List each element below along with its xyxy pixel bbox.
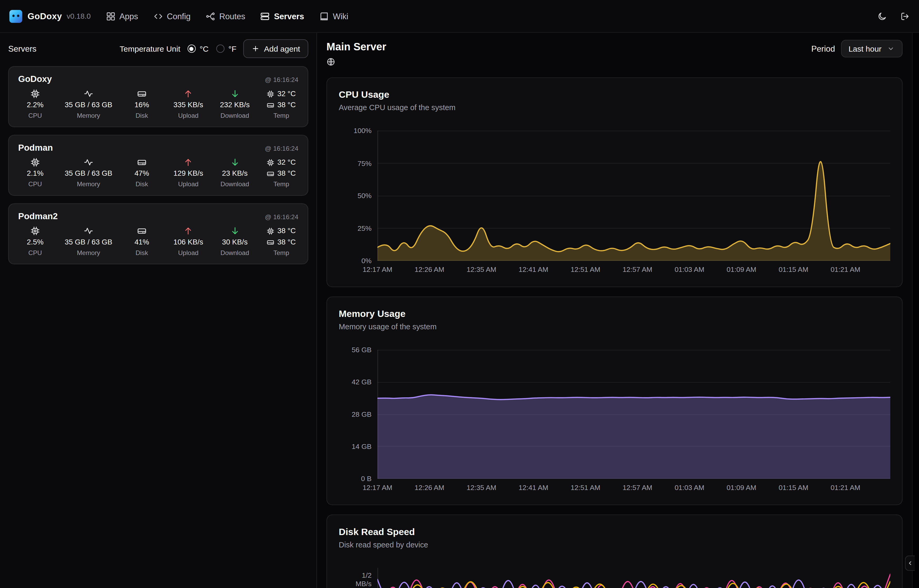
server-stats-row: 2.5%CPU 35 GB / 63 GBMemory 41%Disk 106 … [18, 226, 298, 257]
stat-value: 23 KB/s [222, 169, 247, 178]
theme-toggle-button[interactable] [877, 11, 887, 21]
stat-value: 35 GB / 63 GB [65, 169, 112, 178]
brand-name: GoDoxy [27, 11, 62, 21]
chart-plot[interactable] [378, 131, 890, 261]
top-navbar: GoDoxy v0.18.0 Apps Config Routes Server… [0, 0, 919, 33]
chart-plot[interactable] [378, 350, 890, 479]
radio-celsius[interactable]: °C [187, 44, 208, 53]
stat-label: CPU [29, 249, 42, 257]
stat-value: 41% [134, 237, 149, 247]
x-tick-label: 12:26 AM [415, 483, 444, 491]
stat-value: 2.1% [27, 169, 44, 178]
y-tick-label: 14 GB [339, 442, 372, 451]
page-title: Main Server [326, 40, 386, 54]
stat-download: 23 KB/sDownload [218, 158, 252, 188]
hdd-icon [267, 238, 275, 246]
chart-title: CPU Usage [339, 89, 890, 102]
stat-value: 32 °C [278, 158, 296, 167]
main-title-block: Main Server [326, 40, 386, 68]
stat-cpu: 2.1%CPU [18, 158, 52, 188]
nav-item-config[interactable]: Config [153, 11, 191, 21]
stat-disk: 16%Disk [125, 89, 159, 120]
hdd-icon [267, 101, 275, 109]
cpu-temp-row: 32 °C [267, 158, 296, 167]
hdd-icon [137, 226, 147, 236]
add-agent-button[interactable]: Add agent [244, 39, 308, 58]
server-card-header: Podman2 @ 16:16:24 [18, 211, 298, 221]
cpu-temp-row: 38 °C [267, 226, 296, 236]
nav-item-routes[interactable]: Routes [206, 11, 245, 21]
nav-item-wiki[interactable]: Wiki [319, 11, 348, 21]
download-arrow-icon [230, 158, 239, 167]
y-tick-label: 1/2 MB/s [348, 572, 371, 588]
stat-value: 30 KB/s [222, 237, 247, 247]
stat-memory: 35 GB / 63 GBMemory [65, 158, 112, 188]
x-tick-label: 12:17 AM [363, 483, 392, 491]
stat-label: Memory [77, 249, 100, 257]
x-axis: 12:17 AM12:26 AM12:35 AM12:41 AM12:51 AM… [378, 483, 890, 493]
disk-temp-row: 38 °C [267, 237, 296, 247]
stat-value: 35 GB / 63 GB [65, 237, 112, 247]
server-stats-row: 2.1%CPU 35 GB / 63 GBMemory 47%Disk 129 … [18, 158, 298, 188]
servers-sidebar: Servers Temperature Unit °C °F Add agent… [0, 33, 317, 588]
hdd-icon [137, 89, 147, 99]
stat-upload: 129 KB/sUpload [171, 158, 205, 188]
sidebar-controls: Temperature Unit °C °F Add agent [120, 39, 308, 58]
brand[interactable]: GoDoxy v0.18.0 [10, 10, 91, 23]
nav-label: Wiki [333, 11, 348, 21]
nav-item-apps[interactable]: Apps [106, 11, 138, 21]
stat-temp: 32 °C 38 °C Temp [264, 89, 298, 120]
period-dropdown[interactable]: Last hour [841, 40, 903, 57]
x-tick-label: 12:17 AM [363, 265, 392, 274]
book-icon [319, 11, 329, 21]
activity-icon [84, 89, 93, 99]
y-tick-label: 0% [339, 257, 372, 265]
radio-fahrenheit-control[interactable] [216, 45, 224, 53]
collapse-panel-button[interactable] [905, 556, 915, 571]
disk-read-speed-card: Disk Read Speed Disk read speed by devic… [326, 515, 903, 588]
grid-icon [106, 11, 115, 21]
chart-subtitle: Average CPU usage of the system [339, 102, 890, 113]
stat-upload: 106 KB/sUpload [171, 226, 205, 257]
y-tick-label: 100% [339, 126, 372, 135]
stat-label: Temp [273, 180, 289, 188]
radio-celsius-control[interactable] [187, 45, 195, 53]
logout-button[interactable] [900, 11, 910, 21]
hdd-icon [267, 170, 275, 177]
stat-value: 2.5% [27, 237, 44, 247]
nav-label: Routes [219, 11, 245, 21]
y-axis: 56 GB42 GB28 GB14 GB0 B [339, 350, 372, 479]
globe-icon[interactable] [326, 57, 386, 68]
x-tick-label: 12:35 AM [467, 483, 496, 491]
stat-label: Memory [77, 111, 100, 120]
server-card-podman[interactable]: Podman @ 16:16:24 2.1%CPU 35 GB / 63 GBM… [8, 135, 308, 196]
chart-svg [378, 131, 890, 261]
stat-value: 35 GB / 63 GB [65, 100, 112, 110]
activity-icon [84, 158, 93, 167]
nav-item-servers[interactable]: Servers [260, 11, 304, 21]
nav-label: Servers [274, 11, 304, 21]
stat-value: 232 KB/s [220, 100, 250, 110]
x-tick-label: 12:41 AM [518, 265, 548, 274]
cpu-temp-row: 32 °C [267, 89, 296, 99]
moon-icon [877, 11, 887, 21]
version-label: v0.18.0 [67, 12, 90, 20]
server-card-godoxy[interactable]: GoDoxy @ 16:16:24 2.2%CPU 35 GB / 63 GBM… [8, 66, 308, 127]
stat-label: CPU [29, 111, 42, 120]
x-tick-label: 12:26 AM [415, 265, 444, 274]
radio-fahrenheit[interactable]: °F [216, 44, 236, 53]
x-tick-label: 01:09 AM [727, 483, 756, 491]
disk-temp-row: 38 °C [267, 100, 296, 110]
memory-usage-chart: 56 GB42 GB28 GB14 GB0 B 12:17 AM12:26 AM… [339, 350, 890, 493]
y-axis: 100%75%50%25%0% [339, 131, 372, 261]
page-content: Servers Temperature Unit °C °F Add agent… [0, 33, 919, 588]
server-card-podman2[interactable]: Podman2 @ 16:16:24 2.5%CPU 35 GB / 63 GB… [8, 204, 308, 264]
cpu-usage-card: CPU Usage Average CPU usage of the syste… [326, 78, 903, 287]
stat-cpu: 2.5%CPU [18, 226, 52, 257]
x-tick-label: 12:51 AM [571, 265, 601, 274]
routes-icon [206, 11, 215, 21]
chart-plot[interactable] [378, 568, 890, 588]
server-name: GoDoxy [18, 74, 52, 84]
period-value: Last hour [848, 44, 881, 53]
download-arrow-icon [230, 226, 239, 236]
